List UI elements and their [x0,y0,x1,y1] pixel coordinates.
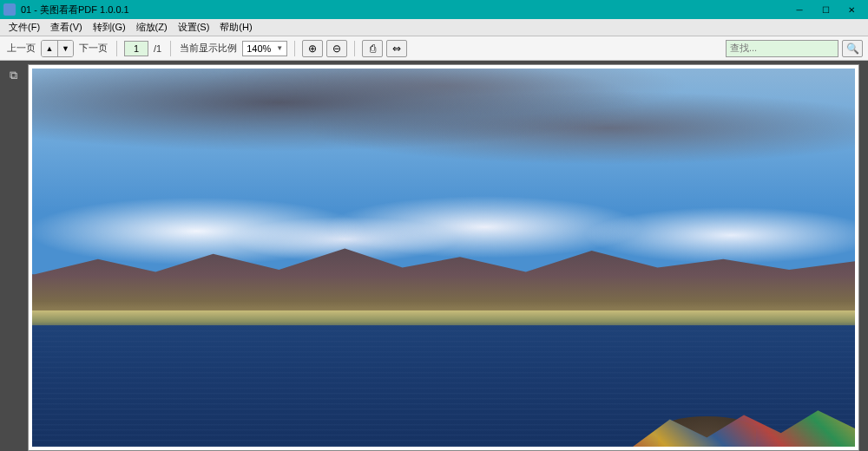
zoom-in-icon: ⊕ [308,42,317,55]
print-icon: ⎙ [370,42,376,55]
separator [116,41,117,56]
menu-view[interactable]: 查看(V) [45,19,88,36]
page-image [32,69,855,447]
thumbnails-icon: ⧉ [10,69,17,82]
page-number-input[interactable] [124,41,148,56]
search-icon: 🔍 [846,42,859,55]
menubar: 文件(F) 查看(V) 转到(G) 缩放(Z) 设置(S) 帮助(H) [0,19,868,36]
fit-width-icon: ⇔ [392,42,401,55]
sidebar: ⧉ [0,61,26,451]
menu-settings[interactable]: 设置(S) [173,19,215,36]
chevron-up-icon: ▲ [46,44,54,53]
chevron-down-icon: ▼ [62,44,69,53]
menu-zoom[interactable]: 缩放(Z) [131,19,173,36]
print-button[interactable]: ⎙ [362,40,383,57]
search-button[interactable]: 🔍 [842,40,863,57]
thumbnails-button[interactable]: ⧉ [5,68,21,83]
separator [294,41,295,56]
page-total-label: /1 [154,43,161,54]
search-placeholder: 查找... [730,42,757,55]
zoom-out-button[interactable]: ⊖ [326,40,347,57]
window-controls: ─ ☐ ✕ [786,1,865,18]
page-nav-group: ▲ ▼ [41,40,74,57]
content-area: ⧉ [0,61,868,451]
next-page-button[interactable]: ▼ [57,41,73,56]
zoom-in-button[interactable]: ⊕ [302,40,323,57]
titlebar: 01 - 美图看看PDF 1.0.0.1 ─ ☐ ✕ [0,0,868,19]
document-viewer[interactable] [26,61,868,451]
search-input[interactable]: 查找... [726,40,838,57]
pdf-page [28,64,859,451]
close-button[interactable]: ✕ [838,1,865,18]
fit-width-button[interactable]: ⇔ [386,40,407,57]
minimize-button[interactable]: ─ [786,1,812,18]
window-title: 01 - 美图看看PDF 1.0.0.1 [21,3,786,16]
menu-goto[interactable]: 转到(G) [88,19,131,36]
separator [354,41,355,56]
menu-file[interactable]: 文件(F) [3,19,45,36]
zoom-label: 当前显示比例 [180,42,237,55]
next-page-label: 下一页 [79,42,108,55]
separator [170,41,171,56]
app-icon [3,3,16,16]
maximize-button[interactable]: ☐ [812,1,838,18]
zoom-dropdown[interactable]: 140% ▼ [242,41,287,56]
zoom-out-icon: ⊖ [332,42,341,55]
menu-help[interactable]: 帮助(H) [214,19,257,36]
caret-down-icon: ▼ [276,44,283,52]
prev-page-button[interactable]: ▲ [42,41,57,56]
toolbar: 上一页 ▲ ▼ 下一页 /1 当前显示比例 140% ▼ ⊕ ⊖ ⎙ ⇔ 查找.… [0,36,868,61]
prev-page-label: 上一页 [7,42,36,55]
zoom-value: 140% [247,43,271,54]
